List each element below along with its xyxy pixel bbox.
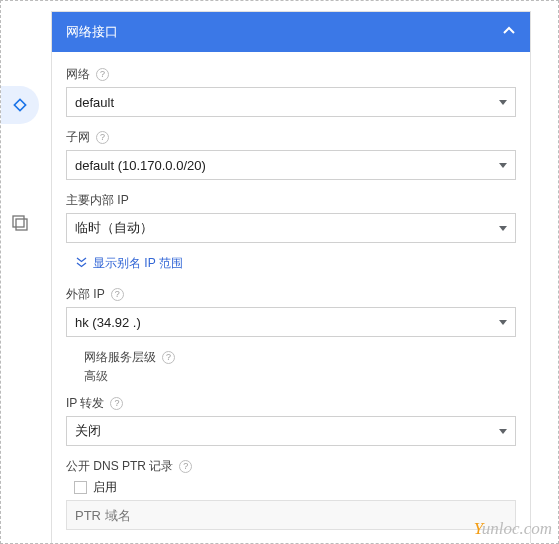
primary-internal-ip-label: 主要内部 IP [66,192,129,209]
subnet-value: default (10.170.0.0/20) [75,158,206,173]
ip-forward-field: IP 转发 ? 关闭 [66,395,516,446]
diamond-icon [12,97,28,113]
ptr-label: 公开 DNS PTR 记录 [66,458,173,475]
svg-rect-1 [13,216,24,227]
help-icon[interactable]: ? [96,131,109,144]
panel-title: 网络接口 [66,23,118,41]
external-ip-select[interactable]: hk (34.92 .) [66,307,516,337]
primary-internal-ip-value: 临时（自动） [75,219,153,237]
watermark-y: Y [474,519,482,538]
svg-rect-0 [14,99,25,110]
watermark: Yunloc.com [474,519,552,539]
external-ip-field: 外部 IP ? hk (34.92 .) [66,286,516,337]
help-icon[interactable]: ? [162,351,175,364]
network-interface-panel: 网络接口 网络 ? default 子网 ? default (10.170.0… [51,11,531,544]
svg-rect-2 [16,219,27,230]
network-select[interactable]: default [66,87,516,117]
ip-forward-select[interactable]: 关闭 [66,416,516,446]
ptr-enable-checkbox[interactable] [74,481,87,494]
subnet-label: 子网 [66,129,90,146]
network-value: default [75,95,114,110]
primary-internal-ip-select[interactable]: 临时（自动） [66,213,516,243]
network-tier-value: 高级 [84,368,516,385]
expand-chevron-icon [76,257,87,271]
ip-forward-label: IP 转发 [66,395,104,412]
network-tier-block: 网络服务层级 ? 高级 [84,349,516,385]
help-icon[interactable]: ? [96,68,109,81]
left-nav-button[interactable] [1,86,39,124]
network-label: 网络 [66,66,90,83]
chevron-down-icon [499,320,507,325]
subnet-field: 子网 ? default (10.170.0.0/20) [66,129,516,180]
instance-template-icon[interactable] [1,204,39,242]
panel-body: 网络 ? default 子网 ? default (10.170.0.0/20… [52,52,530,544]
chevron-down-icon [499,226,507,231]
chevron-up-icon [502,23,516,41]
network-field: 网络 ? default [66,66,516,117]
primary-internal-ip-field: 主要内部 IP 临时（自动） [66,192,516,243]
ptr-enable-label: 启用 [93,479,117,496]
help-icon[interactable]: ? [110,397,123,410]
ip-forward-value: 关闭 [75,422,101,440]
alias-ip-expand-link[interactable]: 显示别名 IP 范围 [76,255,516,272]
external-ip-label: 外部 IP [66,286,105,303]
chevron-down-icon [499,100,507,105]
help-icon[interactable]: ? [179,460,192,473]
panel-header[interactable]: 网络接口 [52,12,530,52]
chevron-down-icon [499,429,507,434]
ptr-enable-row[interactable]: 启用 [74,479,516,496]
subnet-select[interactable]: default (10.170.0.0/20) [66,150,516,180]
watermark-rest: unloc.com [482,519,552,538]
chevron-down-icon [499,163,507,168]
ptr-field: 公开 DNS PTR 记录 ? 启用 [66,458,516,530]
network-tier-label: 网络服务层级 [84,349,156,366]
alias-ip-expand-label: 显示别名 IP 范围 [93,255,183,272]
left-rail [1,1,51,543]
ptr-domain-input[interactable] [66,500,516,530]
help-icon[interactable]: ? [111,288,124,301]
external-ip-value: hk (34.92 .) [75,315,141,330]
